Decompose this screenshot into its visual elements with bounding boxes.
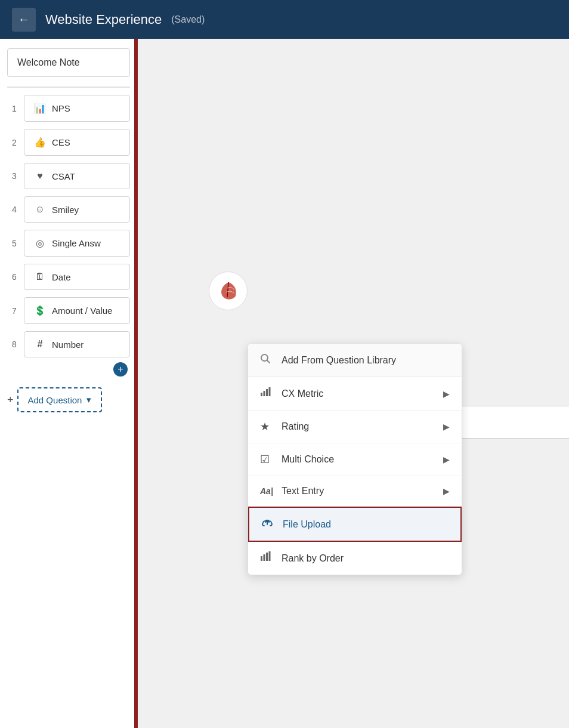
question-row-1: 1 📊 NPS [7, 92, 130, 124]
back-arrow-icon: ← [18, 13, 30, 26]
svg-line-1 [267, 360, 270, 363]
question-item-date[interactable]: 🗓 Date [24, 264, 130, 290]
welcome-card[interactable]: Welcome Note [7, 48, 130, 77]
checkbox-icon: ☑ [260, 453, 274, 466]
question-label-nps: NPS [52, 103, 70, 113]
ces-icon: 👍 [34, 137, 46, 148]
question-sidebar: Welcome Note 1 📊 NPS 2 👍 CES 3 [0, 39, 137, 728]
question-number-5: 5 [12, 239, 17, 248]
sidebar-divider [7, 87, 130, 88]
add-circle-button[interactable]: + [113, 362, 128, 377]
question-label-ces: CES [52, 137, 70, 147]
question-number-8: 8 [12, 340, 17, 349]
question-item-nps[interactable]: 📊 NPS [24, 95, 130, 122]
dropdown-rating-label: Rating [282, 421, 309, 432]
question-row-5: 5 ◎ Single Answ [7, 227, 130, 259]
single-answer-icon: ◎ [34, 237, 46, 249]
plus-icon: + [117, 364, 123, 375]
dropdown-multi-choice-label: Multi Choice [282, 454, 334, 465]
chevron-right-icon-cx: ▶ [443, 389, 450, 399]
question-number-2: 2 [12, 138, 17, 147]
welcome-card-label: Welcome Note [17, 57, 80, 67]
text-entry-icon: Aa| [260, 486, 274, 496]
saved-status: (Saved) [171, 14, 205, 25]
app-header: ← Website Experience (Saved) [0, 0, 569, 39]
question-item-csat[interactable]: ♥ CSAT [24, 163, 130, 189]
question-label-amount: Amount / Value [52, 306, 112, 316]
upload-cloud-icon [261, 517, 276, 531]
dropdown-item-text-entry[interactable]: Aa| Text Entry ▶ [248, 476, 462, 507]
svg-rect-8 [266, 553, 268, 561]
svg-rect-6 [261, 556, 262, 561]
add-question-area: + Add Question ▾ [7, 387, 130, 412]
question-row-6: 6 🗓 Date [7, 261, 130, 292]
question-item-number[interactable]: # Number [24, 331, 130, 357]
dropdown-item-file-upload[interactable]: File Upload [248, 507, 462, 542]
cx-metric-icon [260, 387, 274, 400]
search-icon [260, 353, 274, 367]
question-number-7: 7 [12, 306, 17, 316]
question-item-ces[interactable]: 👍 CES [24, 129, 130, 156]
back-button[interactable]: ← [12, 8, 36, 32]
amount-icon: 💲 [34, 305, 46, 316]
main-content-area: Add From Question Library CX Metric ▶ ★ [137, 39, 569, 728]
question-label-number: Number [52, 340, 84, 350]
question-label-smiley: Smiley [52, 205, 79, 215]
chevron-right-icon-multi: ▶ [443, 455, 450, 464]
question-row-7: 7 💲 Amount / Value [7, 295, 130, 326]
dropdown-item-cx-metric[interactable]: CX Metric ▶ [248, 377, 462, 411]
page-title: Website Experience [45, 12, 162, 27]
chevron-right-icon-rating: ▶ [443, 422, 450, 431]
question-item-amount[interactable]: 💲 Amount / Value [24, 297, 130, 324]
dropdown-file-upload-label: File Upload [283, 519, 331, 530]
dropdown-item-rank-order[interactable]: Rank by Order [248, 542, 462, 575]
svg-rect-5 [269, 387, 271, 396]
rank-order-icon [260, 551, 274, 565]
dropdown-text-entry-label: Text Entry [282, 486, 324, 496]
chevron-right-icon-text: ▶ [443, 486, 450, 496]
svg-rect-7 [264, 554, 265, 561]
number-icon: # [34, 339, 46, 350]
question-item-single-answer[interactable]: ◎ Single Answ [24, 230, 130, 257]
add-question-plus-icon: + [7, 394, 14, 406]
logo-image [215, 277, 242, 304]
question-row-2: 2 👍 CES [7, 127, 130, 158]
add-question-dropdown: Add From Question Library CX Metric ▶ ★ [248, 343, 462, 575]
svg-rect-2 [261, 393, 262, 396]
dropdown-item-multi-choice[interactable]: ☑ Multi Choice ▶ [248, 443, 462, 476]
brand-logo-svg [217, 279, 240, 303]
question-row-4: 4 ☺ Smiley [7, 194, 130, 225]
red-vertical-bar [134, 39, 138, 728]
question-label-single-answer: Single Answ [52, 238, 101, 248]
question-number-6: 6 [12, 272, 17, 282]
svg-rect-9 [269, 551, 271, 561]
question-number-4: 4 [12, 205, 17, 214]
dropdown-item-rating[interactable]: ★ Rating ▶ [248, 411, 462, 443]
question-number-3: 3 [12, 171, 17, 181]
question-row-3: 3 ♥ CSAT [7, 161, 130, 192]
add-question-label: Add Question [28, 395, 82, 405]
star-icon: ★ [260, 420, 274, 433]
logo-circle [209, 272, 248, 310]
add-question-button[interactable]: Add Question ▾ [17, 387, 103, 412]
dropdown-item-library[interactable]: Add From Question Library [248, 344, 462, 377]
svg-rect-3 [264, 391, 265, 396]
question-item-smiley[interactable]: ☺ Smiley [24, 196, 130, 223]
main-container: Welcome Note 1 📊 NPS 2 👍 CES 3 [0, 39, 569, 728]
question-row-8: 8 # Number [7, 329, 130, 360]
dropdown-library-label: Add From Question Library [282, 355, 396, 366]
date-icon: 🗓 [34, 272, 46, 282]
nps-icon: 📊 [34, 103, 46, 114]
question-label-date: Date [52, 272, 71, 282]
csat-icon: ♥ [34, 171, 46, 181]
question-number-1: 1 [12, 104, 17, 113]
dropdown-rank-order-label: Rank by Order [282, 553, 344, 564]
dropdown-cx-metric-label: CX Metric [282, 388, 323, 399]
question-label-csat: CSAT [52, 171, 75, 181]
svg-rect-4 [266, 389, 268, 396]
chevron-down-icon: ▾ [86, 394, 91, 405]
smiley-icon: ☺ [34, 204, 46, 215]
